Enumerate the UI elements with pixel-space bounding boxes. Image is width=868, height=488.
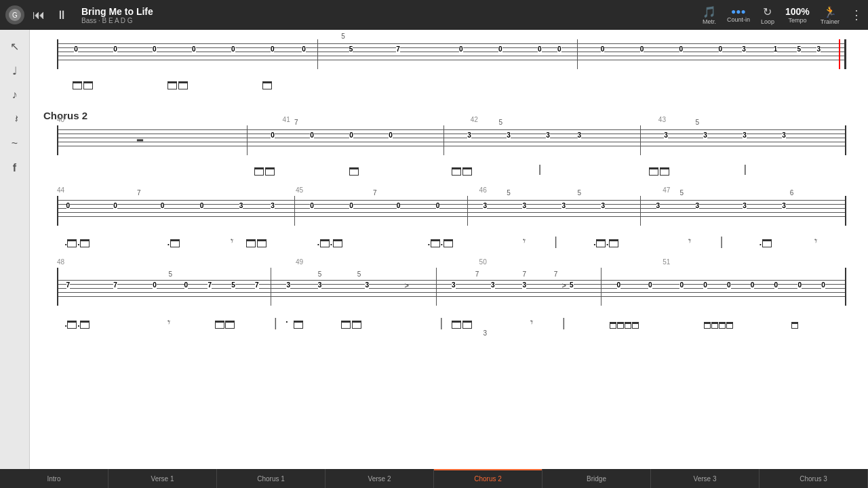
note: 0 [498, 45, 502, 53]
note: 3 [782, 202, 786, 209]
note: 0 [310, 202, 314, 209]
nav-chorus3[interactable]: Chorus 3 [760, 469, 868, 488]
note: 0 [349, 131, 353, 139]
header-left: G ⏮ ⏸ Bring Me to Life Bass · B E A D G [5, 5, 153, 25]
song-subtitle: Bass · B E A D G [81, 17, 153, 24]
rhythm-symbol [225, 321, 235, 329]
bottom-navigation: Intro Verse 1 Chorus 1 Verse 2 Chorus 2 … [0, 469, 868, 488]
note: 0 [679, 45, 684, 53]
note-slur-num: 6 [790, 189, 794, 197]
tempo-control[interactable]: 100% Tempo [785, 6, 810, 24]
rhythm-symbol [719, 322, 726, 329]
rhythm-symbol [625, 322, 631, 329]
play-pause-button[interactable]: ⏸ [53, 5, 71, 25]
note: 0 [113, 45, 117, 53]
rhythm-symbol [791, 322, 798, 329]
tempo-label: Tempo [788, 17, 806, 24]
note: 0 [459, 45, 463, 53]
note-tool[interactable]: ♩ [4, 60, 26, 81]
rest-tool[interactable]: 𝄽 [4, 108, 26, 130]
score-content: 0 0 0 0 0 0 0 5 5 7 0 0 0 0 [30, 30, 860, 469]
rhythm-symbol [215, 321, 224, 329]
count-in-control[interactable]: ●●● Count-in [727, 7, 750, 23]
metronome-control[interactable]: 🎵 Metr. [703, 5, 716, 25]
note: 0 [719, 45, 723, 53]
rhythm-symbol [762, 239, 772, 247]
rhythm-symbol [349, 167, 359, 176]
more-button[interactable]: ⋮ [850, 7, 863, 22]
note: 0 [113, 202, 117, 209]
nav-verse3[interactable]: Verse 3 [651, 469, 760, 488]
note-slur-num: 5 [507, 189, 511, 197]
note: 0 [153, 281, 157, 289]
note: 0 [153, 45, 157, 53]
dynamics-tool[interactable]: f [4, 157, 26, 179]
note: 0 [703, 281, 707, 289]
technique-tool[interactable]: ~ [4, 133, 26, 155]
note: 3 [742, 45, 746, 53]
nav-chorus2[interactable]: Chorus 2 [434, 469, 542, 488]
note: 3 [483, 202, 487, 209]
note-slur-num: 5 [357, 270, 361, 278]
note: 0 [821, 281, 825, 289]
measure-num-45: 45 [296, 186, 479, 194]
note: 0 [192, 45, 196, 53]
rhythm-symbol [320, 239, 330, 247]
tempo-value: 100% [785, 6, 810, 17]
note: 0 [601, 45, 605, 53]
note: 0 [557, 45, 561, 53]
loop-icon: ↻ [763, 5, 772, 18]
rhythm-symbol [660, 167, 669, 176]
system-chorus2: Chorus 2 40 41 42 43 [43, 110, 846, 176]
note: 5 [797, 45, 801, 53]
note-slur-num: 5 [696, 119, 700, 126]
note: 0 [66, 202, 71, 209]
rhythm-group [73, 81, 93, 89]
app-logo: G [5, 5, 24, 24]
rhythm-symbol [352, 321, 361, 329]
note: 5 [570, 281, 574, 289]
note: 0 [538, 45, 542, 53]
rhythm-symbol [167, 81, 177, 89]
loop-control[interactable]: ↻ Loop [761, 5, 774, 25]
left-toolbar: ↖ ♩ ♪ 𝄽 ~ f [0, 30, 30, 469]
note-slur-num: 7 [294, 119, 298, 126]
nav-verse1[interactable]: Verse 1 [108, 469, 217, 488]
nav-verse2[interactable]: Verse 2 [326, 469, 434, 488]
measure-num-44: 44 [57, 186, 296, 194]
note-slur-num: 5 [578, 189, 582, 197]
rhythm-symbol [431, 239, 440, 247]
bar-sym: | [562, 317, 566, 329]
note: 1 [774, 45, 778, 53]
chord-tool[interactable]: ♪ [4, 84, 26, 106]
cursor-tool[interactable]: ↖ [4, 35, 26, 57]
note: 0 [640, 45, 644, 53]
nav-bridge[interactable]: Bridge [542, 469, 651, 488]
rhythm-row-1 [57, 70, 846, 89]
note: 0 [161, 202, 165, 209]
rhythm-symbol [610, 322, 616, 329]
note: 3 [467, 131, 471, 139]
nav-intro[interactable]: Intro [0, 469, 108, 488]
trainer-control[interactable]: 🏃 Trainer [821, 5, 840, 25]
note-slur: 5 [341, 33, 345, 40]
loop-label: Loop [761, 18, 774, 25]
rhythm-symbol [711, 322, 718, 329]
bar-sym: | [440, 317, 443, 329]
rhythm-symbol [178, 81, 188, 89]
system-row4: 48 49 50 51 7 7 [43, 268, 846, 329]
rhythm-symbol [73, 81, 82, 89]
note: 0 [751, 281, 755, 289]
nav-chorus1[interactable]: Chorus 1 [217, 469, 326, 488]
note: 7 [255, 281, 259, 289]
note-slur-num: 7 [522, 270, 526, 278]
rewind-button[interactable]: ⏮ [30, 5, 47, 25]
note: 3 [743, 131, 747, 139]
svg-text:G: G [12, 12, 18, 19]
rhythm-symbol [254, 167, 264, 176]
playhead [839, 39, 840, 69]
measure-num-51: 51 [663, 258, 846, 266]
rhythm-symbol [596, 239, 606, 247]
rhythm-symbol [649, 167, 658, 176]
rhythm-symbol [67, 321, 77, 329]
